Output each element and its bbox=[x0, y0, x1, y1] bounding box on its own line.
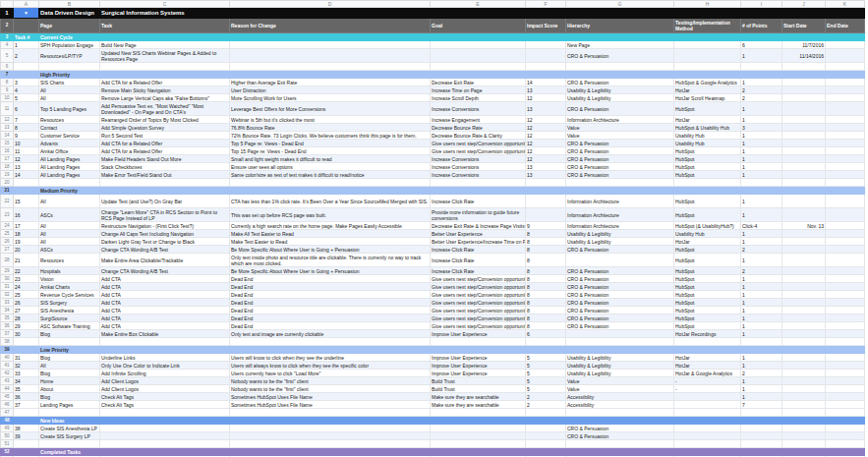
cell[interactable]: All bbox=[39, 86, 100, 94]
cell[interactable]: Nobody wants to be the "first" client bbox=[230, 385, 431, 393]
cell[interactable]: Decrease Bounce Rate & Clarity bbox=[431, 132, 526, 140]
cell[interactable]: Give users next step/Conversion opportun… bbox=[431, 283, 526, 291]
cell[interactable]: 5 bbox=[526, 377, 566, 385]
cell[interactable]: Increase Conversions bbox=[431, 102, 526, 116]
cell[interactable]: Only text and image are currently clicka… bbox=[230, 330, 431, 338]
cell[interactable]: Task bbox=[100, 19, 230, 33]
cell[interactable] bbox=[782, 254, 826, 267]
cell[interactable]: Information Architecture bbox=[566, 195, 674, 208]
column-header-letter[interactable]: H bbox=[674, 1, 741, 8]
cell[interactable]: Accessibility bbox=[566, 393, 674, 401]
cell[interactable]: 13 bbox=[14, 163, 39, 171]
row-number[interactable]: 6 bbox=[1, 63, 14, 71]
section-label[interactable]: High Priority bbox=[39, 71, 100, 79]
cell[interactable] bbox=[674, 393, 741, 401]
cell[interactable]: Hierarchy bbox=[566, 19, 674, 33]
cell[interactable]: HubSpot bbox=[674, 283, 741, 291]
cell[interactable]: 5 bbox=[526, 362, 566, 370]
cell[interactable] bbox=[826, 140, 865, 147]
cell[interactable]: Add Simple Question Survey bbox=[100, 124, 230, 132]
cell[interactable]: Add CTA for a Related Offer bbox=[100, 147, 230, 155]
cell[interactable] bbox=[826, 63, 865, 71]
cell[interactable] bbox=[526, 195, 566, 208]
cell[interactable]: All bbox=[39, 238, 100, 246]
cell[interactable]: 22 bbox=[14, 267, 39, 275]
cell[interactable]: 1 bbox=[741, 238, 782, 246]
cell[interactable]: 28 bbox=[14, 314, 39, 322]
cell[interactable] bbox=[526, 71, 566, 79]
cell[interactable] bbox=[674, 63, 741, 71]
cell[interactable]: 12 bbox=[526, 155, 566, 163]
cell[interactable]: Add Persuasive Text ex. "Most Watched" "… bbox=[100, 102, 230, 116]
cell[interactable] bbox=[782, 307, 826, 314]
cell[interactable]: CRO & Persuasion bbox=[566, 275, 674, 283]
cell[interactable]: HubSpot (& UsabilityHub?) bbox=[674, 222, 741, 230]
cell[interactable]: All bbox=[39, 94, 100, 102]
cell[interactable]: 5 bbox=[526, 385, 566, 393]
cell[interactable]: 1 bbox=[741, 116, 782, 124]
cell[interactable]: Build Trust bbox=[431, 385, 526, 393]
section-label[interactable]: New Ideas bbox=[39, 417, 100, 425]
row-number[interactable]: 21 bbox=[1, 187, 14, 195]
cell[interactable] bbox=[526, 346, 566, 354]
filter-icon[interactable]: ▼ bbox=[14, 8, 39, 19]
cell[interactable]: Click-4 bbox=[741, 222, 782, 230]
cell[interactable]: 20 bbox=[14, 246, 39, 254]
cell[interactable]: Increase Click Rate bbox=[431, 246, 526, 254]
cell[interactable] bbox=[230, 346, 431, 354]
cell[interactable] bbox=[526, 187, 566, 195]
cell[interactable] bbox=[826, 291, 865, 299]
cell[interactable]: Information Architecture bbox=[566, 116, 674, 124]
cell[interactable]: 2 bbox=[741, 370, 782, 377]
cell[interactable] bbox=[566, 440, 674, 448]
cell[interactable] bbox=[674, 187, 741, 195]
cell[interactable]: Be More Specific About Where User is Goi… bbox=[230, 267, 431, 275]
cell[interactable]: 6 bbox=[741, 41, 782, 49]
cell[interactable]: Updated New SIS Charts Webinar Pages & A… bbox=[100, 49, 230, 63]
cell[interactable] bbox=[826, 8, 865, 19]
cell[interactable] bbox=[782, 79, 826, 86]
cell[interactable]: Usability & Legibility bbox=[566, 238, 674, 246]
cell[interactable]: 5 bbox=[526, 354, 566, 362]
cell[interactable] bbox=[741, 448, 782, 456]
cell[interactable]: Users currently have to click "Load More… bbox=[230, 370, 431, 377]
row-number[interactable]: 12 bbox=[1, 116, 14, 124]
cell[interactable]: SurgiSource bbox=[39, 314, 100, 322]
cell[interactable]: Home bbox=[39, 377, 100, 385]
cell[interactable]: 1 bbox=[741, 299, 782, 307]
cell[interactable]: CRO & Persuasion bbox=[566, 163, 674, 171]
cell[interactable]: Be More Specific About Where User is Goi… bbox=[230, 246, 431, 254]
cell[interactable]: More Scrolling Work for Users bbox=[230, 94, 431, 102]
cell[interactable]: Dead End bbox=[230, 299, 431, 307]
cell[interactable]: HotJar & Google Analytics bbox=[674, 370, 741, 377]
cell[interactable]: Decrease Exit Rate bbox=[431, 79, 526, 86]
cell[interactable]: Page bbox=[39, 19, 100, 33]
cell[interactable] bbox=[782, 385, 826, 393]
cell[interactable]: Usability & Legibility bbox=[566, 370, 674, 377]
cell[interactable] bbox=[566, 33, 674, 41]
cell[interactable]: 17 bbox=[14, 222, 39, 230]
cell[interactable] bbox=[431, 448, 526, 456]
cell[interactable]: 35 bbox=[14, 385, 39, 393]
cell[interactable]: Increase Click Rate bbox=[431, 195, 526, 208]
section-label[interactable]: Completed Tasks bbox=[39, 448, 100, 456]
cell[interactable]: Advantx bbox=[39, 140, 100, 147]
column-header-letter[interactable]: B bbox=[39, 1, 100, 8]
cell[interactable] bbox=[14, 19, 39, 33]
cell[interactable]: Accessibility bbox=[566, 401, 674, 409]
cell[interactable] bbox=[674, 179, 741, 187]
cell[interactable]: ASCs bbox=[39, 246, 100, 254]
cell[interactable]: Sometimes HubSpot Uses File Name bbox=[230, 393, 431, 401]
cell[interactable] bbox=[431, 432, 526, 440]
cell[interactable]: Nobody wants to be the "first" client bbox=[230, 377, 431, 385]
cell[interactable] bbox=[826, 49, 865, 63]
cell[interactable] bbox=[674, 401, 741, 409]
cell[interactable] bbox=[826, 246, 865, 254]
cell[interactable]: CRO & Persuasion bbox=[566, 314, 674, 322]
cell[interactable]: 1 bbox=[741, 102, 782, 116]
cell[interactable]: Top 5 Page re: Views - Dead End bbox=[230, 140, 431, 147]
cell[interactable]: Resources/LP/TYP bbox=[39, 49, 100, 63]
cell[interactable]: 30 bbox=[14, 330, 39, 338]
cell[interactable]: 6 bbox=[14, 102, 39, 116]
cell[interactable] bbox=[566, 63, 674, 71]
